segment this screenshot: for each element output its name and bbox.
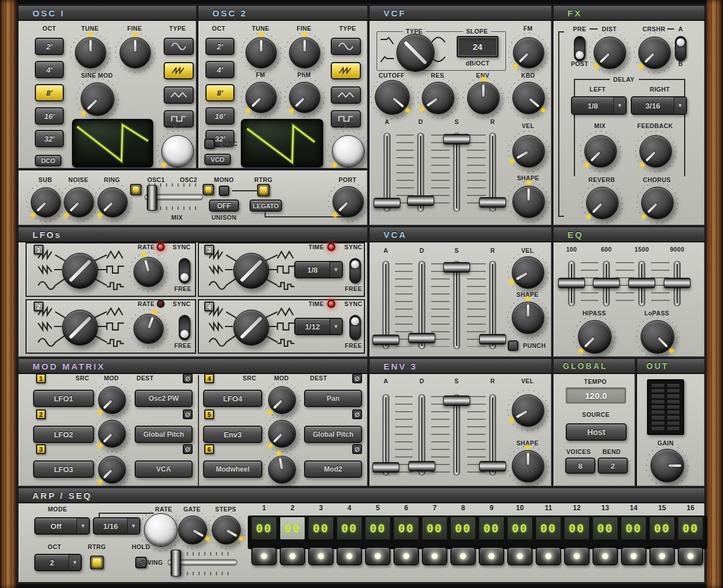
matrix-row2-dest-button[interactable]: Global Pitch [135, 426, 193, 443]
env3-shape-knob[interactable] [512, 450, 544, 482]
res-knob[interactable] [422, 82, 454, 114]
lfo2-rate-knob[interactable] [133, 314, 164, 344]
osc1-tune-knob[interactable] [75, 37, 106, 68]
voice-rtrg-button[interactable] [257, 184, 270, 197]
slider-handle[interactable] [373, 462, 399, 473]
vca-release-slider[interactable] [479, 261, 506, 349]
slider-handle[interactable] [479, 461, 506, 471]
seq-step-button[interactable] [507, 547, 533, 565]
osc2-phm-knob[interactable] [289, 82, 320, 113]
slider-handle[interactable] [593, 278, 620, 288]
matrix-row2-bypass-button[interactable]: Ø [183, 409, 193, 419]
osc2-tune-knob[interactable] [245, 37, 277, 68]
arp-oct-dropdown[interactable]: 2 ▼ [34, 554, 82, 571]
matrix-row4-src-button[interactable]: LFO4 [203, 390, 262, 407]
mix-slider-handle[interactable] [147, 185, 157, 210]
matrix-row3-src-button[interactable]: LFO3 [33, 460, 94, 478]
matrix-row1-mod-knob[interactable] [98, 386, 126, 414]
slider-handle[interactable] [664, 278, 691, 288]
seq-step-display[interactable]: 00 [479, 517, 504, 540]
env3-attack-slider[interactable] [373, 394, 399, 476]
osc1-oct-16-button[interactable]: 16' [35, 107, 64, 125]
eq-1500-slider[interactable] [628, 261, 655, 306]
dropdown-arrow-icon[interactable]: ▼ [128, 518, 139, 533]
seq-step-button[interactable] [365, 547, 391, 565]
slope-display[interactable]: 24 [457, 36, 498, 57]
eq-100-slider[interactable] [558, 261, 585, 306]
osc1-sinemod-knob[interactable] [81, 82, 114, 116]
vca-decay-slider[interactable] [409, 261, 435, 349]
matrix-row3-dest-button[interactable]: VCA [135, 460, 193, 478]
slider-handle[interactable] [409, 461, 435, 471]
osc1-fine-knob[interactable] [120, 37, 151, 68]
matrix-row2-src-button[interactable]: LFO2 [33, 426, 94, 443]
seq-step-button[interactable] [621, 547, 646, 565]
matrix-row6-mod-knob[interactable] [268, 456, 296, 484]
tempo-display[interactable]: 120.0 [566, 387, 626, 404]
lfo1-rate-knob[interactable] [133, 257, 164, 287]
seq-step-display[interactable]: 00 [536, 517, 561, 540]
vca-vel-knob[interactable] [512, 256, 544, 289]
matrix-row6-dest-button[interactable]: Mod2 [304, 460, 362, 478]
osc2-type-saw-button[interactable] [331, 62, 361, 79]
gate-knob[interactable] [178, 516, 207, 545]
noise-knob[interactable] [64, 187, 94, 217]
slider-handle[interactable] [407, 195, 434, 206]
env-knob[interactable] [467, 82, 500, 114]
lopass-knob[interactable] [641, 320, 674, 354]
osc2-pw-knob[interactable] [332, 135, 364, 168]
osc2-type-triangle-button[interactable] [331, 86, 361, 104]
seq-step-button[interactable] [649, 547, 675, 565]
osc1-pw-knob[interactable] [161, 135, 194, 168]
arp-rate-knob[interactable] [144, 513, 178, 547]
osc1-type-saw-button[interactable] [164, 62, 194, 79]
osc2-enable-button[interactable] [203, 184, 214, 195]
seq-step-display[interactable]: 00 [649, 517, 675, 540]
matrix-row5-bypass-button[interactable]: Ø [352, 409, 362, 419]
osc2-type-sine-button[interactable] [331, 38, 361, 55]
slider-handle[interactable] [374, 198, 400, 208]
seq-step-display[interactable]: 00 [308, 517, 334, 540]
vcf-sustain-slider[interactable] [443, 133, 470, 212]
matrix-row6-src-button[interactable]: Modwheel [203, 460, 262, 478]
vcf-shape-knob[interactable] [512, 186, 545, 218]
seq-step-button[interactable] [280, 547, 305, 565]
bend-button[interactable]: 2 [598, 458, 628, 474]
osc2-oct-8-button[interactable]: 8' [205, 84, 234, 101]
osc2-oct-2-button[interactable]: 2' [205, 38, 234, 55]
slider-handle[interactable] [373, 335, 399, 345]
seq-step-button[interactable] [678, 547, 703, 565]
seq-step-button[interactable] [592, 547, 618, 565]
mono-button[interactable] [219, 186, 229, 196]
delay-mix-knob[interactable] [584, 135, 617, 168]
sub-knob[interactable] [31, 187, 61, 217]
seq-step-display[interactable]: 00 [422, 517, 447, 540]
gain-knob[interactable] [650, 449, 684, 482]
hipass-knob[interactable] [578, 320, 612, 354]
lfo3-wave-selector-knob[interactable] [233, 253, 269, 289]
osc1-oct-8-button[interactable]: 8' [35, 84, 64, 101]
slider-handle[interactable] [443, 262, 470, 273]
slider-handle[interactable] [479, 334, 506, 344]
reverb-knob[interactable] [586, 187, 619, 219]
seq-step-button[interactable] [422, 547, 447, 565]
slider-handle[interactable] [558, 278, 585, 288]
matrix-row1-bypass-button[interactable]: Ø [183, 373, 193, 383]
slider-handle[interactable] [443, 395, 470, 406]
seq-step-display[interactable]: 00 [450, 517, 476, 540]
matrix-row4-dest-button[interactable]: Pan [304, 390, 362, 407]
vcf-type-selector-knob[interactable] [396, 34, 435, 72]
seq-step-button[interactable] [251, 547, 277, 565]
osc2-sync-button[interactable] [204, 139, 215, 149]
matrix-row1-dest-button[interactable]: Osc2 PW [135, 390, 193, 407]
kbd-knob[interactable] [512, 82, 545, 114]
port-knob[interactable] [332, 186, 364, 217]
delay-right-dropdown[interactable]: 3/16 ▼ [631, 96, 687, 115]
env3-release-slider[interactable] [479, 394, 506, 476]
source-host-button[interactable]: Host [566, 423, 627, 441]
lfo2-wave-selector-knob[interactable] [62, 310, 98, 346]
osc1-oct-4-button[interactable]: 4' [35, 61, 64, 78]
seq-step-button[interactable] [564, 547, 590, 565]
matrix-row1-src-button[interactable]: LFO1 [33, 390, 94, 407]
prepost-switch[interactable] [574, 36, 585, 61]
